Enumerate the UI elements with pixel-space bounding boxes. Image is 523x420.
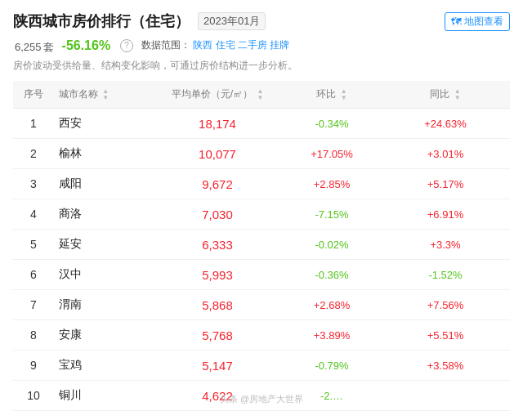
yoy-sort-icon[interactable]: ▲▼ — [454, 88, 461, 101]
rank-cell: 3 — [13, 169, 54, 199]
count-value: 6,255 — [15, 41, 42, 53]
city-cell[interactable]: 汉中 — [54, 260, 152, 290]
mom-sort-icon[interactable]: ▲▼ — [341, 88, 347, 101]
rank-cell: 7 — [13, 290, 54, 320]
info-icon[interactable]: ? — [120, 39, 133, 52]
city-cell[interactable]: 商洛 — [54, 199, 152, 230]
table-row: 4 商洛 7,030 -7.15% +6.91% — [13, 199, 510, 230]
yoy-cell: +24.63% — [381, 109, 510, 139]
description-text: 房价波动受供给量、结构变化影响，可通过房价结构进一步分析。 — [13, 58, 510, 73]
mom-cell: -0.79% — [283, 351, 381, 381]
col-city: 城市名称 ▲▼ — [54, 81, 152, 109]
yoy-cell: -1.52% — [381, 260, 510, 290]
col-yoy: 同比 ▲▼ — [381, 81, 510, 109]
col-price: 平均单价（元/㎡） ▲▼ — [152, 81, 283, 109]
stats-row: 6,255套 -56.16% ? 数据范围： 陕西 住宅 二手房 挂牌 — [13, 36, 510, 55]
table-row: 9 宝鸡 5,147 -0.79% +3.58% — [13, 351, 510, 381]
city-cell[interactable]: 延安 — [54, 230, 152, 260]
rank-cell: 10 — [13, 381, 54, 411]
rank-cell: 8 — [13, 320, 54, 351]
city-cell[interactable]: 安康 — [54, 320, 152, 351]
scope-text: 数据范围： 陕西 住宅 二手房 挂牌 — [141, 38, 289, 52]
mom-cell: +17.05% — [283, 139, 381, 169]
city-cell[interactable]: 咸阳 — [54, 169, 152, 199]
header-row: 陕西城市房价排行（住宅） 2023年01月 🗺 地图查看 — [13, 11, 510, 31]
table-row: 2 榆林 10,077 +17.05% +3.01% — [13, 139, 510, 169]
page-title: 陕西城市房价排行（住宅） — [13, 11, 190, 31]
yoy-cell: +6.91% — [381, 199, 510, 230]
main-container: 陕西城市房价排行（住宅） 2023年01月 🗺 地图查看 6,255套 -56.… — [0, 0, 523, 419]
col-mom: 环比 ▲▼ — [283, 81, 381, 109]
mom-cell: -2.… — [283, 381, 381, 411]
city-cell[interactable]: 宝鸡 — [54, 351, 152, 381]
map-button[interactable]: 🗺 地图查看 — [445, 12, 510, 31]
price-cell: 6,333 — [152, 230, 283, 260]
price-cell: 9,672 — [152, 169, 283, 199]
city-cell[interactable]: 渭南 — [54, 290, 152, 320]
table-row: 8 安康 5,768 +3.89% +5.51% — [13, 320, 510, 351]
table-header: 序号 城市名称 ▲▼ 平均单价（元/㎡） ▲▼ 环比 ▲▼ 同比 ▲▼ — [13, 81, 510, 109]
count-unit: 套 — [43, 41, 54, 53]
table-row: 3 咸阳 9,672 +2.85% +5.17% — [13, 169, 510, 199]
mom-cell: -0.36% — [283, 260, 381, 290]
date-badge: 2023年01月 — [198, 12, 266, 30]
mom-cell: -0.02% — [283, 230, 381, 260]
table-row: 5 延安 6,333 -0.02% +3.3% — [13, 230, 510, 260]
scope-label: 数据范围： — [141, 39, 190, 51]
mom-cell: +2.85% — [283, 169, 381, 199]
mom-cell: -0.34% — [283, 109, 381, 139]
price-cell: 4,622 — [152, 381, 283, 411]
rank-cell: 4 — [13, 199, 54, 230]
price-sort-icon[interactable]: ▲▼ — [257, 88, 263, 101]
price-cell: 5,768 — [152, 320, 283, 351]
city-cell[interactable]: 铜川 — [54, 381, 152, 411]
table-row: 6 汉中 5,993 -0.36% -1.52% — [13, 260, 510, 290]
yoy-cell: +3.3% — [381, 230, 510, 260]
rank-cell: 9 — [13, 351, 54, 381]
table-row: 1 西安 18,174 -0.34% +24.63% — [13, 109, 510, 139]
mom-cell: -7.15% — [283, 199, 381, 230]
price-cell: 7,030 — [152, 199, 283, 230]
city-sort-icon[interactable]: ▲▼ — [102, 88, 109, 101]
yoy-cell: +3.58% — [381, 351, 510, 381]
table-body: 1 西安 18,174 -0.34% +24.63% 2 榆林 10,077 +… — [13, 109, 510, 411]
price-cell: 5,993 — [152, 260, 283, 290]
price-cell: 10,077 — [152, 139, 283, 169]
rank-cell: 6 — [13, 260, 54, 290]
yoy-cell: +5.51% — [381, 320, 510, 351]
mom-cell: +3.89% — [283, 320, 381, 351]
price-table: 序号 城市名称 ▲▼ 平均单价（元/㎡） ▲▼ 环比 ▲▼ 同比 ▲▼ — [13, 81, 510, 411]
yoy-cell: +5.17% — [381, 169, 510, 199]
rank-cell: 5 — [13, 230, 54, 260]
mom-cell: +2.68% — [283, 290, 381, 320]
yoy-cell: +7.56% — [381, 290, 510, 320]
price-cell: 5,868 — [152, 290, 283, 320]
rank-cell: 1 — [13, 109, 54, 139]
city-cell[interactable]: 西安 — [54, 109, 152, 139]
price-cell: 5,147 — [152, 351, 283, 381]
scope-values: 陕西 住宅 二手房 挂牌 — [193, 39, 289, 51]
table-row: 7 渭南 5,868 +2.68% +7.56% — [13, 290, 510, 320]
table-row: 10 铜川 4,622 -2.… — [13, 381, 510, 411]
rank-cell: 2 — [13, 139, 54, 169]
map-button-label: 地图查看 — [464, 15, 503, 29]
map-icon: 🗺 — [451, 16, 462, 28]
price-cell: 18,174 — [152, 109, 283, 139]
yoy-cell — [381, 381, 510, 411]
count-change: -56.16% — [62, 38, 111, 53]
col-rank: 序号 — [13, 81, 54, 109]
listing-count: 6,255套 — [13, 36, 54, 55]
yoy-cell: +3.01% — [381, 139, 510, 169]
city-cell[interactable]: 榆林 — [54, 139, 152, 169]
